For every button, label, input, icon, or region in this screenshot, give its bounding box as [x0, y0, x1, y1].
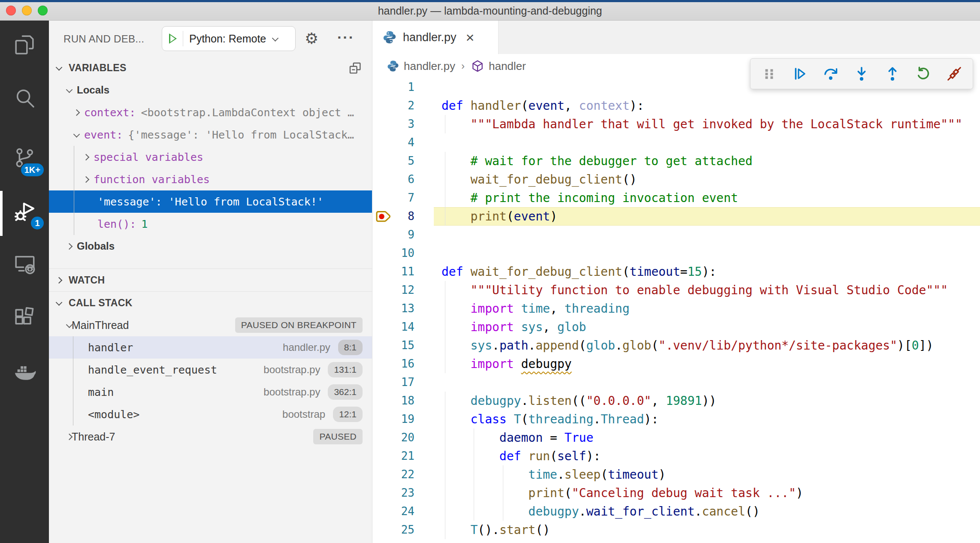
code-line[interactable]: 24 debugpy.wait_for_client.cancel() [373, 502, 980, 521]
code-line[interactable]: 17 [373, 373, 980, 392]
collapse-all-icon[interactable] [348, 61, 363, 75]
call-stack-frame-row[interactable]: handle_event_requestbootstrap.py131:1 [49, 359, 372, 381]
zoom-window-button[interactable] [38, 6, 48, 15]
sidebar-item-remote-explorer[interactable] [0, 240, 49, 289]
code-line[interactable]: 7 # print the incoming invocation event [373, 189, 980, 207]
code-line[interactable]: 8 print(event) [373, 207, 980, 226]
line-number[interactable]: 17 [373, 373, 414, 392]
chevron-down-icon[interactable] [66, 86, 73, 93]
watch-section-header[interactable]: WATCH [49, 269, 372, 291]
variable-row[interactable]: len():1 [49, 213, 372, 235]
code-line[interactable]: 21 def run(self): [373, 447, 980, 465]
code-line[interactable]: 10 [373, 244, 980, 262]
restart-icon[interactable] [915, 66, 932, 82]
gear-icon[interactable]: ⚙ [305, 21, 318, 57]
line-number[interactable]: 24 [373, 502, 414, 521]
line-number[interactable]: 5 [373, 152, 414, 170]
line-number[interactable]: 12 [373, 281, 414, 299]
start-debugging-icon[interactable] [169, 33, 177, 44]
breakpoint-current-statement-icon[interactable] [375, 209, 393, 224]
code-line[interactable]: 15 sys.path.append(glob.glob(".venv/lib/… [373, 336, 980, 355]
call-stack-section-header[interactable]: CALL STACK [49, 292, 372, 314]
variable-row[interactable]: context:<bootstrap.LambdaContext object … [49, 101, 372, 124]
continue-icon[interactable] [792, 66, 808, 82]
chevron-right-icon[interactable] [66, 243, 73, 250]
line-number[interactable]: 16 [373, 355, 414, 373]
line-number[interactable]: 2 [373, 97, 414, 115]
line-number[interactable]: 1 [373, 78, 414, 97]
line-number[interactable]: 23 [373, 484, 414, 502]
chevron-down-icon[interactable] [73, 131, 80, 138]
line-number[interactable]: 14 [373, 318, 414, 336]
call-stack-thread-row[interactable]: MainThreadPAUSED ON BREAKPOINT [49, 314, 372, 336]
step-into-icon[interactable] [853, 66, 870, 82]
sidebar-item-run-and-debug[interactable]: 1 [0, 187, 49, 235]
call-stack-thread-row[interactable]: Thread-7PAUSED [49, 425, 372, 448]
variable-row[interactable]: Globals [49, 235, 372, 257]
chevron-right-icon[interactable] [83, 176, 90, 183]
code-line[interactable]: 19 class T(threading.Thread): [373, 410, 980, 428]
line-number[interactable]: 18 [373, 392, 414, 410]
code-line[interactable]: 3 """Lambda handler that will get invoke… [373, 115, 980, 133]
variable-row[interactable]: Locals [49, 79, 372, 101]
code-line[interactable]: 12 """Utility function to enable debuggi… [373, 281, 980, 299]
code-line[interactable]: 25 T().start() [373, 521, 980, 539]
step-over-icon[interactable] [823, 66, 839, 82]
call-stack-frame-row[interactable]: <module>bootstrap12:1 [49, 403, 372, 425]
chevron-right-icon[interactable] [73, 109, 80, 116]
code-editor[interactable]: 12def handler(event, context):3 """Lambd… [373, 78, 980, 539]
call-stack-frame-row[interactable]: mainbootstrap.py362:1 [49, 381, 372, 403]
step-out-icon[interactable] [884, 66, 901, 82]
line-number[interactable]: 4 [373, 133, 414, 152]
code-line[interactable]: 9 [373, 226, 980, 244]
line-number[interactable]: 21 [373, 447, 414, 465]
code-line[interactable]: 22 time.sleep(timeout) [373, 465, 980, 484]
line-number[interactable]: 10 [373, 244, 414, 262]
line-number[interactable]: 20 [373, 428, 414, 447]
variable-row[interactable]: 'message': 'Hello from LocalStack!' [49, 190, 372, 213]
line-number[interactable]: 22 [373, 465, 414, 484]
code-line[interactable]: 13 import time, threading [373, 299, 980, 318]
disconnect-icon[interactable] [946, 66, 962, 82]
line-number[interactable]: 13 [373, 299, 414, 318]
sidebar-item-docker[interactable] [0, 347, 49, 396]
variable-row[interactable]: special variables [49, 146, 372, 168]
code-line[interactable]: 2def handler(event, context): [373, 97, 980, 115]
code-line[interactable]: 18 debugpy.listen(("0.0.0.0", 19891)) [373, 392, 980, 410]
toolbar-drag-grip[interactable] [761, 66, 777, 82]
close-window-button[interactable] [6, 6, 16, 15]
code-line[interactable]: 23 print("Canceling debug wait task ..."… [373, 484, 980, 502]
breadcrumb-file[interactable]: handler.py [387, 60, 455, 73]
remote-explorer-icon [12, 252, 36, 276]
breadcrumb-symbol[interactable]: handler [471, 59, 526, 73]
line-number[interactable]: 15 [373, 336, 414, 355]
code-line[interactable]: 20 daemon = True [373, 428, 980, 447]
sidebar-item-source-control[interactable]: 1K+ [0, 133, 49, 182]
line-number[interactable]: 11 [373, 262, 414, 281]
call-stack-frame-row[interactable]: handlerhandler.py8:1 [49, 336, 372, 359]
sidebar-item-extensions[interactable] [0, 294, 49, 343]
line-number[interactable]: 19 [373, 410, 414, 428]
code-line[interactable]: 16 import debugpy [373, 355, 980, 373]
variable-row[interactable]: event:{'message': 'Hello from LocalStack… [49, 124, 372, 146]
line-number[interactable]: 25 [373, 521, 414, 539]
line-number[interactable]: 6 [373, 170, 414, 189]
code-line[interactable]: 11def wait_for_debug_client(timeout=15): [373, 262, 980, 281]
line-number[interactable]: 9 [373, 226, 414, 244]
launch-config-dropdown[interactable]: Python: Remote [162, 26, 296, 51]
tab-handler-py[interactable]: handler.py × [373, 21, 499, 54]
code-line[interactable]: 14 import sys, glob [373, 318, 980, 336]
code-line[interactable]: 4 [373, 133, 980, 152]
code-line[interactable]: 6 wait_for_debug_client() [373, 170, 980, 189]
close-tab-icon[interactable]: × [466, 30, 475, 45]
sidebar-item-explorer[interactable] [0, 20, 49, 69]
variables-section-header[interactable]: VARIABLES [49, 57, 372, 79]
variable-row[interactable]: function variables [49, 168, 372, 190]
line-number[interactable]: 7 [373, 189, 414, 207]
minimize-window-button[interactable] [22, 6, 32, 15]
chevron-right-icon[interactable] [83, 154, 90, 160]
more-actions-icon[interactable]: ··· [337, 21, 354, 57]
code-line[interactable]: 5 # wait for the debugger to get attache… [373, 152, 980, 170]
line-number[interactable]: 3 [373, 115, 414, 133]
sidebar-item-search[interactable] [0, 73, 49, 122]
